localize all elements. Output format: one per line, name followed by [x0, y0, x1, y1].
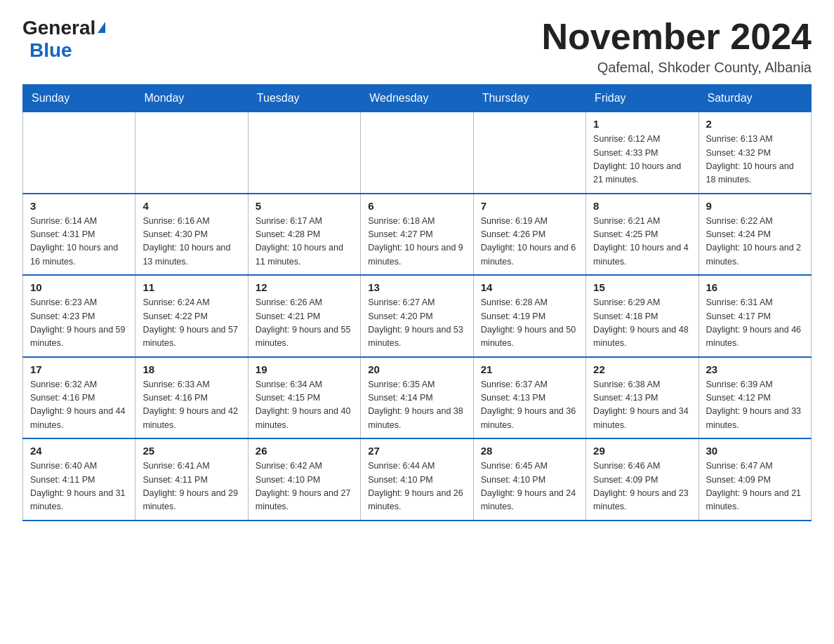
sunset-text: Sunset: 4:10 PM — [481, 474, 578, 487]
day-number: 6 — [368, 200, 465, 212]
daylight-text: Daylight: 9 hours and 34 minutes. — [593, 405, 691, 432]
daylight-text: Daylight: 10 hours and 2 minutes. — [706, 241, 804, 269]
day-number: 14 — [481, 281, 578, 293]
calendar-cell: 25Sunrise: 6:41 AMSunset: 4:11 PMDayligh… — [135, 438, 248, 521]
sun-info: Sunrise: 6:35 AMSunset: 4:14 PMDaylight:… — [368, 378, 465, 433]
sunset-text: Sunset: 4:09 PM — [706, 474, 804, 487]
calendar-day-header: Tuesday — [248, 85, 360, 112]
sun-info: Sunrise: 6:44 AMSunset: 4:10 PMDaylight:… — [368, 459, 465, 514]
sunrise-text: Sunrise: 6:40 AM — [30, 459, 128, 473]
sunrise-text: Sunrise: 6:46 AM — [593, 459, 691, 473]
daylight-text: Daylight: 9 hours and 48 minutes. — [593, 323, 691, 351]
calendar-cell — [248, 112, 360, 194]
daylight-text: Daylight: 9 hours and 55 minutes. — [256, 323, 353, 351]
sun-info: Sunrise: 6:18 AMSunset: 4:27 PMDaylight:… — [368, 215, 465, 269]
calendar-cell — [361, 112, 473, 194]
calendar-week-row: 3Sunrise: 6:14 AMSunset: 4:31 PMDaylight… — [23, 194, 812, 276]
sunset-text: Sunset: 4:14 PM — [368, 391, 465, 405]
daylight-text: Daylight: 9 hours and 31 minutes. — [30, 487, 128, 514]
day-number: 11 — [143, 281, 240, 293]
daylight-text: Daylight: 9 hours and 59 minutes. — [30, 323, 128, 351]
day-number: 15 — [593, 281, 691, 293]
calendar-week-row: 1Sunrise: 6:12 AMSunset: 4:33 PMDaylight… — [23, 112, 812, 194]
day-number: 9 — [706, 200, 804, 212]
sun-info: Sunrise: 6:12 AMSunset: 4:33 PMDaylight:… — [593, 133, 691, 187]
day-number: 10 — [30, 281, 128, 293]
sunset-text: Sunset: 4:10 PM — [256, 474, 353, 487]
sunrise-text: Sunrise: 6:41 AM — [143, 459, 240, 473]
sunrise-text: Sunrise: 6:24 AM — [143, 296, 240, 309]
calendar-cell: 21Sunrise: 6:37 AMSunset: 4:13 PMDayligh… — [473, 357, 585, 439]
calendar-cell: 11Sunrise: 6:24 AMSunset: 4:22 PMDayligh… — [135, 275, 248, 357]
sunrise-text: Sunrise: 6:17 AM — [256, 215, 353, 228]
day-number: 4 — [143, 200, 240, 212]
sunset-text: Sunset: 4:25 PM — [593, 228, 691, 241]
daylight-text: Daylight: 9 hours and 33 minutes. — [706, 405, 804, 432]
daylight-text: Daylight: 9 hours and 26 minutes. — [368, 487, 465, 514]
day-number: 30 — [706, 445, 804, 457]
sunset-text: Sunset: 4:16 PM — [30, 391, 128, 405]
sun-info: Sunrise: 6:21 AMSunset: 4:25 PMDaylight:… — [593, 215, 691, 269]
day-number: 29 — [593, 445, 691, 457]
day-number: 24 — [30, 445, 128, 457]
sunrise-text: Sunrise: 6:13 AM — [706, 133, 804, 146]
calendar-cell: 15Sunrise: 6:29 AMSunset: 4:18 PMDayligh… — [586, 275, 699, 357]
daylight-text: Daylight: 9 hours and 38 minutes. — [368, 405, 465, 432]
sunset-text: Sunset: 4:27 PM — [368, 228, 465, 241]
sun-info: Sunrise: 6:32 AMSunset: 4:16 PMDaylight:… — [30, 378, 128, 433]
logo-blue-text: Blue — [25, 39, 72, 62]
calendar-cell: 20Sunrise: 6:35 AMSunset: 4:14 PMDayligh… — [361, 357, 473, 439]
sunrise-text: Sunrise: 6:32 AM — [30, 378, 128, 391]
daylight-text: Daylight: 9 hours and 57 minutes. — [143, 323, 240, 351]
sunset-text: Sunset: 4:16 PM — [143, 391, 240, 405]
sunrise-text: Sunrise: 6:45 AM — [481, 459, 578, 473]
daylight-text: Daylight: 10 hours and 4 minutes. — [593, 241, 691, 269]
sunrise-text: Sunrise: 6:16 AM — [143, 215, 240, 228]
sun-info: Sunrise: 6:22 AMSunset: 4:24 PMDaylight:… — [706, 215, 804, 269]
sunrise-text: Sunrise: 6:47 AM — [706, 459, 804, 473]
calendar-day-header: Monday — [135, 85, 248, 112]
day-number: 25 — [143, 445, 240, 457]
calendar-day-header: Friday — [586, 85, 699, 112]
sunrise-text: Sunrise: 6:14 AM — [30, 215, 128, 228]
logo-triangle-icon — [98, 22, 105, 33]
sunset-text: Sunset: 4:17 PM — [706, 310, 804, 323]
sunrise-text: Sunrise: 6:26 AM — [256, 296, 353, 309]
sun-info: Sunrise: 6:23 AMSunset: 4:23 PMDaylight:… — [30, 296, 128, 351]
sun-info: Sunrise: 6:24 AMSunset: 4:22 PMDaylight:… — [143, 296, 240, 351]
sun-info: Sunrise: 6:31 AMSunset: 4:17 PMDaylight:… — [706, 296, 804, 351]
sunset-text: Sunset: 4:23 PM — [30, 310, 128, 323]
sunset-text: Sunset: 4:20 PM — [368, 310, 465, 323]
sun-info: Sunrise: 6:19 AMSunset: 4:26 PMDaylight:… — [481, 215, 578, 269]
sunset-text: Sunset: 4:13 PM — [481, 391, 578, 405]
sun-info: Sunrise: 6:38 AMSunset: 4:13 PMDaylight:… — [593, 378, 691, 433]
sunset-text: Sunset: 4:26 PM — [481, 228, 578, 241]
daylight-text: Daylight: 9 hours and 21 minutes. — [706, 487, 804, 514]
calendar-cell: 8Sunrise: 6:21 AMSunset: 4:25 PMDaylight… — [586, 194, 699, 276]
calendar-cell: 14Sunrise: 6:28 AMSunset: 4:19 PMDayligh… — [473, 275, 585, 357]
sun-info: Sunrise: 6:42 AMSunset: 4:10 PMDaylight:… — [256, 459, 353, 514]
day-number: 16 — [706, 281, 804, 293]
day-number: 18 — [143, 363, 240, 375]
sun-info: Sunrise: 6:27 AMSunset: 4:20 PMDaylight:… — [368, 296, 465, 351]
calendar-cell: 29Sunrise: 6:46 AMSunset: 4:09 PMDayligh… — [586, 438, 699, 521]
sun-info: Sunrise: 6:45 AMSunset: 4:10 PMDaylight:… — [481, 459, 578, 514]
sunset-text: Sunset: 4:24 PM — [706, 228, 804, 241]
sunrise-text: Sunrise: 6:42 AM — [256, 459, 353, 473]
day-number: 20 — [368, 363, 465, 375]
calendar-cell: 30Sunrise: 6:47 AMSunset: 4:09 PMDayligh… — [699, 438, 811, 521]
sunrise-text: Sunrise: 6:39 AM — [706, 378, 804, 391]
sunrise-text: Sunrise: 6:29 AM — [593, 296, 691, 309]
calendar-cell: 19Sunrise: 6:34 AMSunset: 4:15 PMDayligh… — [248, 357, 360, 439]
daylight-text: Daylight: 10 hours and 21 minutes. — [593, 160, 691, 187]
sunset-text: Sunset: 4:09 PM — [593, 474, 691, 487]
calendar-cell: 3Sunrise: 6:14 AMSunset: 4:31 PMDaylight… — [23, 194, 135, 276]
calendar-cell: 18Sunrise: 6:33 AMSunset: 4:16 PMDayligh… — [135, 357, 248, 439]
sunset-text: Sunset: 4:10 PM — [368, 474, 465, 487]
daylight-text: Daylight: 10 hours and 11 minutes. — [256, 241, 353, 269]
daylight-text: Daylight: 9 hours and 24 minutes. — [481, 487, 578, 514]
sunset-text: Sunset: 4:33 PM — [593, 147, 691, 160]
day-number: 26 — [256, 445, 353, 457]
sunrise-text: Sunrise: 6:28 AM — [481, 296, 578, 309]
day-number: 28 — [481, 445, 578, 457]
